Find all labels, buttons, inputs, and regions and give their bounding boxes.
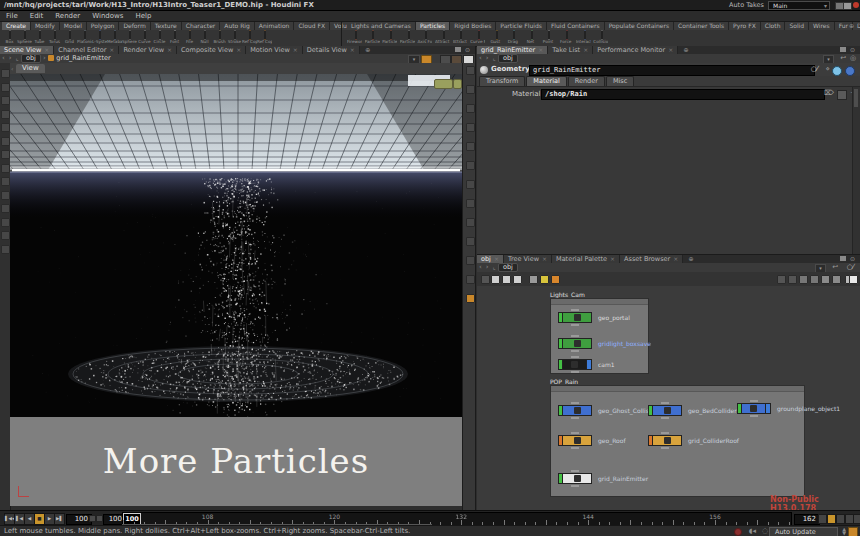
tab-close-icon[interactable]: ×	[673, 255, 678, 262]
node-chip[interactable]	[558, 312, 592, 323]
network-tab-material-palette[interactable]: Material Palette×	[552, 255, 620, 263]
node-input-stub[interactable]	[571, 335, 579, 337]
scene-pane-gear-icon[interactable]: ⊕	[362, 46, 373, 53]
shelf-tool[interactable]: Fireworks..	[347, 31, 365, 44]
toolbar-icon-2[interactable]	[466, 104, 475, 113]
node-chip[interactable]	[648, 405, 682, 416]
shelf-tool[interactable]: Attract to..	[453, 31, 471, 44]
shelf-tab-create[interactable]: Create	[2, 22, 31, 30]
node-output-stub[interactable]	[661, 447, 669, 449]
param-tab-take-list[interactable]: Take List×	[548, 46, 593, 54]
range-clip-icon[interactable]	[96, 515, 103, 522]
pin-icon[interactable]: ◎	[850, 54, 856, 62]
network-toolbar-icon-1[interactable]	[491, 275, 500, 284]
node-output-stub[interactable]	[571, 324, 579, 326]
shelf-tab-cloud-fx[interactable]: Cloud FX	[294, 22, 330, 30]
viewport-overlay-chip2[interactable]	[453, 79, 462, 89]
shelf-tab-deform[interactable]: Deform	[119, 22, 150, 30]
param-pane-gear-icon[interactable]: ⊕	[680, 46, 691, 53]
scene-tab-scene-view[interactable]: Scene View×	[0, 46, 54, 54]
shelf-tool[interactable]: Particles fr..	[400, 31, 418, 44]
shelf-tool[interactable]: Particles fr..	[365, 31, 383, 44]
shelf-tool[interactable]: Circle	[152, 31, 167, 44]
shelf-tab-modify[interactable]: Modify	[31, 22, 60, 30]
menu-item-file[interactable]: File	[0, 11, 24, 21]
toolbar-icon-7[interactable]	[466, 199, 475, 208]
shelf-tab-lights-and-cameras[interactable]: Lights and Cameras	[347, 22, 416, 30]
pane-split-icon[interactable]	[840, 47, 846, 52]
node-body[interactable]	[563, 312, 592, 323]
network-toolbar-icon-5[interactable]	[540, 275, 549, 284]
viewport-3d[interactable]	[10, 74, 462, 417]
range-lock-icon[interactable]	[89, 515, 96, 522]
shelf-tab-model[interactable]: Model	[60, 22, 87, 30]
shelf-tab-character[interactable]: Character	[182, 22, 221, 30]
node-output-stub[interactable]	[750, 415, 758, 417]
update-mode-select[interactable]: Auto Update	[769, 527, 838, 536]
network-toolbar-icon-9[interactable]	[799, 275, 808, 284]
node-render-flag[interactable]	[587, 359, 592, 370]
node-output-stub[interactable]	[571, 485, 579, 487]
playbar-options-icon[interactable]	[818, 514, 827, 524]
toolbar-icon-4[interactable]	[1, 123, 10, 132]
shelf-tab-cloth[interactable]: Cloth	[761, 22, 786, 30]
shelf-tool[interactable]: Curve	[137, 31, 152, 44]
toolbar-icon-1[interactable]	[466, 85, 475, 94]
refresh-icon[interactable]: ◌	[762, 527, 768, 535]
node-geo_Ghost_Collision[interactable]: geo_Ghost_Collision	[558, 405, 592, 416]
shelf-tool[interactable]: Interact	[576, 31, 594, 44]
toolbar-icon-3[interactable]	[466, 123, 475, 132]
shelf-tool[interactable]: Ref Copy	[257, 31, 272, 44]
pane-menu-icon[interactable]: ⊙	[850, 255, 855, 262]
pane-divider-horizontal[interactable]	[477, 254, 860, 255]
shelf-tool[interactable]: Collision D..	[593, 31, 611, 44]
shelf-tool[interactable]: Force	[558, 31, 576, 44]
network-tab-asset-browser[interactable]: Asset Browser×	[620, 255, 683, 263]
network-pane-gear-icon[interactable]: ⊕	[686, 255, 697, 262]
network-toolbar-icon-3[interactable]	[513, 275, 522, 284]
node-body[interactable]	[653, 435, 682, 446]
memory-indicator-icon[interactable]	[848, 527, 858, 536]
node-geo_Roof[interactable]: geo_Roof	[558, 435, 592, 446]
node-name-field[interactable]: grid_RainEmitter	[529, 65, 815, 76]
toolbar-icon-11[interactable]	[466, 275, 475, 284]
node-output-stub[interactable]	[571, 371, 579, 373]
network-toolbar-icon-14[interactable]	[849, 275, 858, 284]
scene-tab-composite-view[interactable]: Composite View×	[177, 46, 246, 54]
node-chip[interactable]	[558, 359, 592, 370]
shelf-tool[interactable]: Attract to..	[435, 31, 453, 44]
network-box-pop_rain[interactable]: geo_Ghost_Collisiongeo_BedColliderground…	[550, 385, 805, 497]
back-arrow-icon[interactable]: ‹	[477, 54, 484, 62]
node-chip[interactable]	[558, 473, 592, 484]
menu-item-render[interactable]: Render	[49, 11, 86, 21]
jump-up-icon[interactable]: ↩	[832, 263, 838, 271]
toolbar-icon-6[interactable]	[1, 150, 10, 159]
shelf-tab-rigid-bodies[interactable]: Rigid Bodies	[450, 22, 496, 30]
node-gridlight_boxsave[interactable]: gridlight_boxsave	[558, 338, 592, 349]
param-tab-performance-monitor[interactable]: Performance Monitor×	[593, 46, 678, 54]
toolbar-icon-8[interactable]	[466, 218, 475, 227]
pane-split-icon[interactable]	[840, 256, 846, 261]
viewport-overlay-chip[interactable]	[434, 79, 453, 89]
search-icon[interactable]: ○⁄	[811, 65, 818, 73]
tab-close-icon[interactable]: ×	[668, 46, 673, 53]
node-input-stub[interactable]	[571, 356, 579, 358]
node-cam1[interactable]: cam1	[558, 359, 592, 370]
toolbar-icon-9[interactable]	[1, 191, 10, 200]
clear-icon[interactable]: ⌦	[824, 89, 834, 97]
frame-field-end[interactable]: 162	[794, 514, 820, 525]
node-body[interactable]	[653, 405, 682, 416]
shelf-tool[interactable]: Curve Force	[470, 31, 488, 44]
shelf-tab-container-tools[interactable]: Container Tools	[674, 22, 729, 30]
toolbar-icon-0[interactable]	[466, 66, 475, 75]
network-toolbar-icon-4[interactable]	[529, 275, 538, 284]
shelf-tool[interactable]: Null	[197, 31, 212, 44]
shelf-tool[interactable]: Brush	[212, 31, 227, 44]
node-output-stub[interactable]	[571, 417, 579, 419]
shelf-tab-auto-rig[interactable]: Auto Rig	[220, 22, 254, 30]
shelf-tool[interactable]: Particles fr..	[382, 31, 400, 44]
shelf-tab-solid[interactable]: Solid	[785, 22, 809, 30]
toolbar-icon-8[interactable]	[1, 177, 10, 186]
toolbar-icon-2[interactable]	[1, 96, 10, 105]
speaker-icon[interactable]: ◖◂	[749, 527, 756, 535]
